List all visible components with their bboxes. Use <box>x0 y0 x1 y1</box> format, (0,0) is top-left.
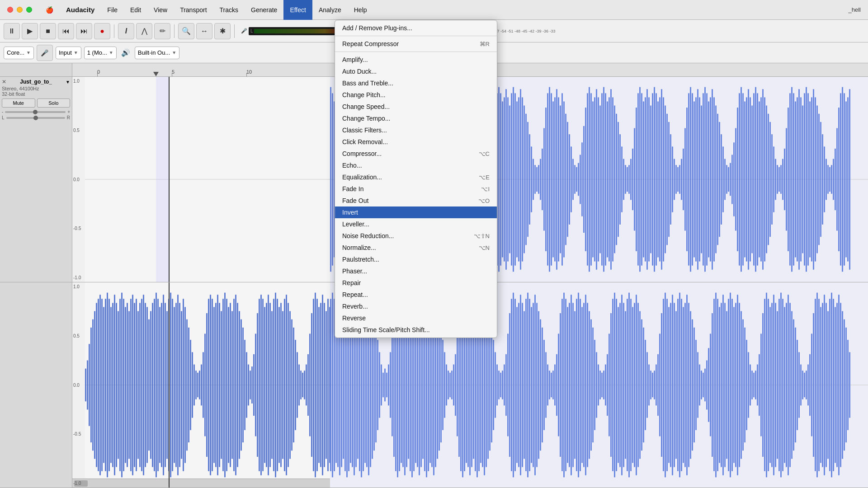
svg-rect-219 <box>222 299 224 471</box>
svg-rect-751 <box>652 373 653 397</box>
draw-tool[interactable]: ✏ <box>154 23 170 39</box>
menu-invert[interactable]: Invert <box>335 206 497 218</box>
menu-file[interactable]: File <box>101 0 124 20</box>
menu-auto-duck[interactable]: Auto Duck... <box>335 66 497 77</box>
menu-reverse[interactable]: Reverse <box>335 312 497 324</box>
svg-rect-523 <box>764 97 765 261</box>
svg-rect-418 <box>574 165 576 194</box>
svg-rect-446 <box>625 165 626 194</box>
menu-click-removal[interactable]: Click Removal... <box>335 136 497 148</box>
svg-rect-488 <box>701 106 702 253</box>
pan-slider[interactable] <box>33 116 38 120</box>
svg-rect-170 <box>134 303 135 467</box>
gain-slider[interactable] <box>33 110 38 114</box>
svg-rect-512 <box>744 101 745 257</box>
track-1-mute[interactable]: Mute <box>2 99 35 108</box>
menu-help[interactable]: Help <box>348 0 373 20</box>
timeshift-tool[interactable]: ↔ <box>196 23 212 39</box>
svg-rect-836 <box>806 371 807 399</box>
menu-classic-filters[interactable]: Classic Filters... <box>335 124 497 136</box>
menu-fade-in[interactable]: Fade In ⌥I <box>335 183 497 195</box>
audio-host-select[interactable]: Core... ▼ <box>4 47 34 59</box>
svg-rect-764 <box>675 311 677 459</box>
svg-rect-747 <box>645 340 646 430</box>
menu-generate[interactable]: Generate <box>245 0 283 20</box>
zoom-tool[interactable]: 🔍 <box>178 23 194 39</box>
effect-dropdown-menu: Add / Remove Plug-ins... Repeat Compress… <box>335 20 497 338</box>
track-1-close[interactable]: ✕ <box>2 79 6 85</box>
menu-view[interactable]: View <box>147 0 174 20</box>
menu-repeat[interactable]: Repeat... <box>335 289 497 300</box>
envelope-tool[interactable]: ⋀ <box>136 23 152 39</box>
menu-normalize[interactable]: Normalize... ⌥N <box>335 242 497 253</box>
multi-tool[interactable]: ✱ <box>214 23 231 39</box>
menu-tracks[interactable]: Tracks <box>213 0 245 20</box>
channels-select[interactable]: 1 (Mo... ▼ <box>84 47 117 59</box>
svg-rect-727 <box>609 334 610 436</box>
svg-rect-670 <box>505 354 507 416</box>
menu-noise-reduction[interactable]: Noise Reduction... ⌥⇧N <box>335 230 497 242</box>
svg-rect-176 <box>145 303 146 467</box>
menu-transport[interactable]: Transport <box>174 0 213 20</box>
menu-amplify[interactable]: Amplify... <box>335 54 497 66</box>
input-device-select[interactable]: Input ▼ <box>56 47 81 59</box>
menu-bass-treble[interactable]: Bass and Treble... <box>335 77 497 89</box>
menu-audacity[interactable]: Audacity <box>60 0 101 20</box>
menu-fade-out[interactable]: Fade Out ⌥O <box>335 195 497 206</box>
menu-equalization[interactable]: Equalization... ⌥E <box>335 171 497 183</box>
menu-reverb[interactable]: Reverb... <box>335 300 497 312</box>
menu-echo[interactable]: Echo... <box>335 160 497 171</box>
minimize-button[interactable] <box>17 7 23 13</box>
skip-fwd-button[interactable]: ⏭ <box>76 23 92 39</box>
svg-rect-701 <box>561 299 563 471</box>
pause-button[interactable]: ⏸ <box>4 23 20 39</box>
skip-back-button[interactable]: ⏮ <box>58 23 74 39</box>
svg-rect-468 <box>665 106 666 253</box>
menu-sliding-time-scale[interactable]: Sliding Time Scale/Pitch Shift... <box>335 324 497 336</box>
menu-change-tempo[interactable]: Change Tempo... <box>335 113 497 124</box>
menu-repeat-compressor[interactable]: Repeat Compressor ⌘R <box>335 38 497 50</box>
menu-leveller[interactable]: Leveller... <box>335 218 497 230</box>
svg-rect-837 <box>807 365 809 406</box>
svg-rect-433 <box>601 93 603 265</box>
close-button[interactable] <box>7 7 13 13</box>
svg-rect-762 <box>672 295 673 475</box>
record-button[interactable]: ● <box>94 23 110 39</box>
svg-rect-272 <box>318 307 320 463</box>
svg-rect-209 <box>204 334 206 436</box>
menu-change-speed[interactable]: Change Speed... <box>335 101 497 113</box>
menu-effect[interactable]: Effect <box>283 0 312 20</box>
track-2-waveform[interactable]: 1.0 0.5 0.0 -0.5 -1.0 <box>72 282 330 488</box>
track-1-dropdown[interactable]: ▼ <box>66 80 70 84</box>
svg-rect-638 <box>448 371 449 399</box>
select-tool[interactable]: I <box>118 23 134 39</box>
stop-button[interactable]: ■ <box>40 23 56 39</box>
svg-rect-738 <box>628 293 630 478</box>
output-device-select[interactable]: Built-in Ou... ▼ <box>135 47 179 59</box>
menu-change-pitch[interactable]: Change Pitch... <box>335 89 497 101</box>
maximize-button[interactable] <box>26 7 32 13</box>
audio-settings-button[interactable]: 🎤 <box>37 45 53 61</box>
track-1-waveform[interactable]: 1.0 0.5 0.0 -0.5 -1.0 <box>72 77 330 282</box>
svg-rect-848 <box>827 311 829 459</box>
menu-repair[interactable]: Repair <box>335 277 497 289</box>
menu-phaser[interactable]: Phaser... <box>335 265 497 277</box>
svg-rect-694 <box>549 371 550 399</box>
track-scrollbar[interactable] <box>72 479 330 488</box>
svg-rect-766 <box>679 293 680 478</box>
menu-edit[interactable]: Edit <box>124 0 147 20</box>
play-button[interactable]: ▶ <box>22 23 38 39</box>
apple-menu[interactable]: 🍎 <box>39 0 60 20</box>
track-1-solo[interactable]: Solo <box>37 99 71 108</box>
menu-add-remove-plugins[interactable]: Add / Remove Plug-ins... <box>335 22 497 34</box>
menu-analyze[interactable]: Analyze <box>312 0 348 20</box>
svg-rect-536 <box>788 108 789 251</box>
svg-rect-557 <box>826 159 827 200</box>
menu-compressor[interactable]: Compressor... ⌥C <box>335 148 497 160</box>
svg-rect-467 <box>663 97 664 261</box>
menu-paulstretch[interactable]: Paulstretch... <box>335 253 497 265</box>
svg-rect-857 <box>844 319 845 451</box>
svg-rect-268 <box>311 313 312 457</box>
svg-rect-277 <box>327 299 329 471</box>
svg-rect-798 <box>737 295 738 475</box>
